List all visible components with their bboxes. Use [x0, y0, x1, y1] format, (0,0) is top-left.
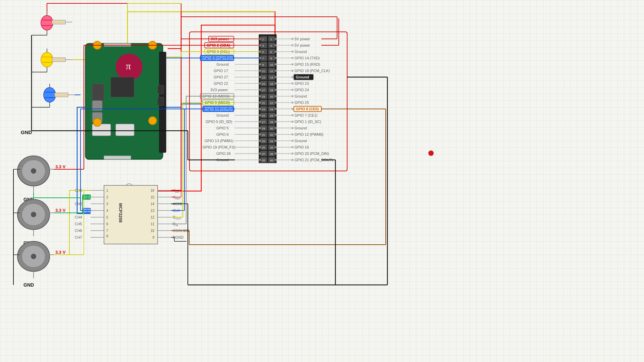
gpio0-label: GPIO 0 (ID_SD): [206, 120, 232, 124]
circuit-diagram: GND π 1 2 3 4: [0, 0, 644, 362]
r-gpio18: GPIO 18 (PCM_CLK): [294, 69, 330, 73]
pot3-res: 8k1: [19, 250, 24, 253]
svg-point-242: [291, 159, 293, 161]
svg-rect-41: [116, 124, 134, 136]
svg-rect-39: [92, 84, 104, 101]
r-gpio23: GPIO 23: [294, 81, 309, 85]
svg-point-228: [291, 114, 293, 116]
3v3-label-2: 3V3 power: [210, 88, 228, 92]
svg-point-234: [291, 133, 293, 135]
svg-text:22: 22: [270, 102, 273, 105]
pot3-gnd: GND: [23, 282, 34, 288]
pin14-num: 14: [151, 202, 155, 206]
vdd-label: VDD: [173, 188, 179, 193]
svg-text:5: 5: [262, 51, 264, 54]
svg-text:31: 31: [262, 133, 265, 136]
gpio6-label: GPIO 6: [216, 132, 229, 136]
mcp3208-label: MCP3208: [118, 203, 123, 223]
ch1-pin: 2: [106, 195, 108, 199]
svg-text:14: 14: [270, 76, 273, 79]
svg-rect-50: [104, 156, 131, 159]
svg-point-276: [31, 254, 36, 259]
svg-point-223: [291, 102, 293, 104]
svg-text:29: 29: [262, 127, 265, 130]
gnd-label: GND: [21, 129, 32, 135]
cursor: [428, 150, 434, 156]
svg-text:13: 13: [262, 76, 265, 79]
ch5-label: CH5: [75, 222, 82, 226]
svg-point-11: [44, 87, 56, 102]
gpio19-label: GPIO 19 (PCM_FS): [203, 145, 235, 149]
ch4-pin: 5: [106, 216, 108, 219]
ch5-pin: 6: [106, 222, 108, 226]
svg-point-46: [149, 117, 157, 125]
svg-text:16: 16: [270, 82, 273, 85]
svg-text:33: 33: [262, 140, 265, 143]
svg-text:34: 34: [270, 140, 273, 143]
r-ground-box: Ground: [296, 75, 309, 79]
svg-rect-38: [111, 77, 134, 97]
r-gpio12: GPIO 12 (PWM0): [294, 132, 323, 136]
svg-text:2: 2: [270, 38, 272, 41]
svg-text:39: 39: [262, 159, 265, 162]
svg-rect-18: [52, 58, 65, 62]
r-gpio14: GPIO 14 (TXD): [294, 56, 320, 60]
r-gpio7: GPIO 7 (CE1): [294, 113, 317, 117]
r-ground-2: Ground: [294, 94, 307, 98]
svg-text:28: 28: [270, 121, 273, 124]
ch0-pin: 1: [106, 189, 108, 192]
svg-point-210: [291, 63, 293, 65]
r-ground-3: Ground: [294, 126, 307, 130]
svg-point-6: [41, 52, 53, 67]
ch7-pin: 8: [106, 234, 108, 238]
svg-text:4: 4: [270, 44, 272, 47]
svg-point-48: [93, 118, 101, 126]
ground-label-1: Ground: [216, 62, 229, 66]
svg-point-270: [31, 212, 36, 217]
svg-text:21: 21: [262, 102, 265, 105]
dout-label: DOUT: [173, 215, 181, 220]
svg-text:24: 24: [270, 108, 273, 111]
svg-point-240: [291, 153, 293, 155]
pot1-res: 8k1: [19, 164, 24, 168]
svg-point-204: [291, 44, 293, 46]
svg-point-225: [291, 108, 293, 110]
svg-rect-243: [104, 185, 158, 244]
gpio22-label: GPIO 22: [214, 81, 228, 85]
svg-text:40: 40: [270, 159, 273, 162]
ch2-pin: 3: [106, 202, 108, 206]
svg-text:7: 7: [262, 57, 264, 60]
svg-text:π: π: [126, 60, 131, 71]
svg-text:17: 17: [262, 89, 265, 92]
svg-text:30: 30: [270, 127, 273, 130]
svg-text:38: 38: [270, 153, 273, 156]
svg-rect-51: [158, 85, 164, 94]
svg-text:1: 1: [262, 38, 264, 41]
svg-point-264: [31, 168, 36, 174]
ch6-pin: 7: [106, 229, 108, 233]
svg-point-219: [291, 89, 293, 91]
vref-label: VREF: [173, 195, 180, 200]
gpio27-label: GPIO 27: [214, 75, 228, 79]
pin11-num: 11: [151, 222, 155, 226]
pin13-num: 13: [151, 209, 155, 213]
svg-point-238: [291, 146, 293, 148]
svg-text:9: 9: [262, 63, 264, 66]
svg-text:8: 8: [270, 57, 272, 60]
svg-text:3: 3: [262, 44, 264, 47]
svg-point-232: [291, 127, 293, 129]
ch6-label: CH6: [75, 229, 82, 233]
svg-text:23: 23: [262, 108, 265, 111]
svg-rect-16: [52, 20, 65, 24]
svg-point-217: [291, 82, 293, 84]
r-gpio15: GPIO 15 (RXD): [294, 62, 320, 66]
svg-point-230: [291, 121, 293, 123]
r-5v-2: 5V power: [294, 43, 310, 47]
svg-point-236: [291, 140, 293, 142]
svg-text:25: 25: [262, 114, 265, 117]
svg-text:18: 18: [270, 89, 273, 92]
ch3-pin: 4: [106, 209, 108, 213]
r-gpio24: GPIO 24: [294, 88, 309, 92]
gpio26-label: GPIO 26: [216, 152, 231, 156]
pin15-num: 15: [151, 195, 155, 199]
